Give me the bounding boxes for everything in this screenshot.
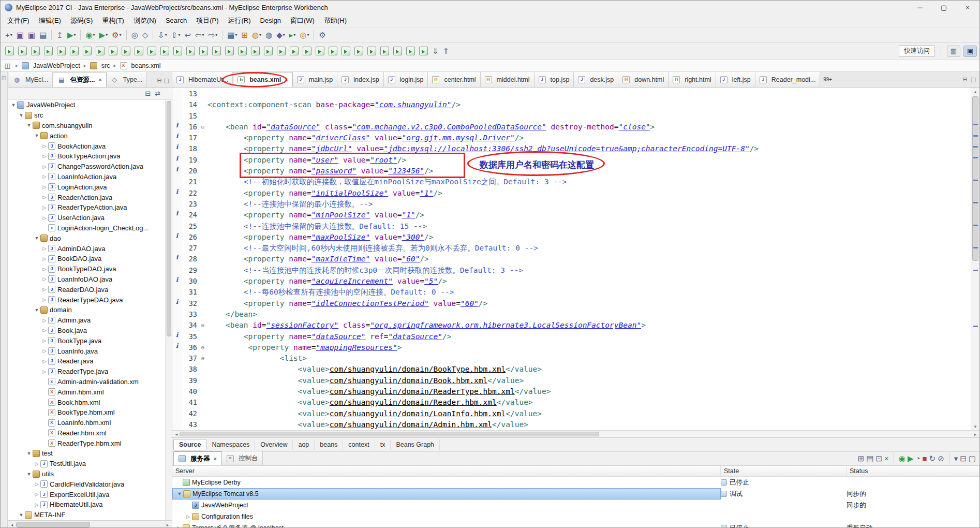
toolbar-external-tools-button[interactable]: ⚙▾: [110, 29, 123, 41]
server-name-cell[interactable]: ▷Tomcat v6.0 服务器 @ localhost: [172, 522, 721, 528]
editor-page-tab[interactable]: Overview: [255, 439, 293, 450]
web-shortcut-button[interactable]: [159, 45, 171, 57]
menubar-item[interactable]: 编辑(E): [34, 14, 66, 27]
web-shortcut-button[interactable]: [198, 45, 210, 57]
tree-expanded-icon[interactable]: ▼: [33, 133, 40, 138]
editor-page-tab[interactable]: Namespaces: [206, 439, 255, 450]
tree-item[interactable]: xAdmin-admin-validation.xm: [8, 377, 172, 387]
tree-expanded-icon[interactable]: ▼: [33, 307, 40, 313]
tree-collapsed-icon[interactable]: ▷: [41, 154, 48, 159]
explorer-tab[interactable]: ◇Type...: [107, 72, 147, 87]
tree-item[interactable]: ▷JBookTypeDAO.java: [8, 264, 172, 274]
editor-tab[interactable]: Jdesk.jsp: [574, 72, 618, 87]
code-text[interactable]: <value>com/shuangyulin/domain/ReaderType…: [206, 386, 971, 397]
code-text[interactable]: <!--最大空闲时间,60秒内未使用则连接被丢弃。若为0则永不丢弃。Defaul…: [206, 243, 971, 254]
code-text[interactable]: <property name="jdbcUrl" value="jdbc:mys…: [206, 143, 971, 154]
tree-collapsed-icon[interactable]: ▷: [41, 174, 48, 179]
toolbar-run-button[interactable]: ▶▾: [98, 29, 110, 41]
scroll-down-icon[interactable]: ▾: [971, 422, 979, 430]
tree-collapsed-icon[interactable]: ▷: [33, 481, 40, 487]
dropdown-arrow-icon[interactable]: ▾: [120, 33, 122, 37]
menubar-item[interactable]: 源码(S): [66, 14, 97, 27]
start-server-icon[interactable]: ▶: [908, 454, 914, 462]
toolbar-myeclipse-report-button[interactable]: ◆▾: [275, 29, 287, 41]
toolbar-save-button[interactable]: ▣: [15, 29, 25, 41]
tree-item[interactable]: ▼META-INF: [8, 510, 172, 520]
editor-page-tab[interactable]: aop: [293, 439, 315, 450]
java-enterprise-perspective-icon[interactable]: ▣: [963, 46, 977, 57]
menubar-item[interactable]: Search: [161, 15, 191, 26]
scroll-left-icon[interactable]: ◂: [8, 522, 16, 527]
minimize-editor-icon[interactable]: ⊟: [962, 76, 967, 83]
code-text[interactable]: <property name="mappingResources">: [206, 342, 971, 353]
web-shortcut-button[interactable]: [146, 45, 158, 57]
editor-tab[interactable]: bbeans.xml×: [233, 72, 293, 87]
web-shortcut-button[interactable]: [55, 45, 67, 57]
minimize-view-icon[interactable]: ⊟: [960, 454, 967, 462]
tree-collapsed-icon[interactable]: ▷: [33, 492, 40, 497]
web-shortcut-button[interactable]: [211, 45, 222, 57]
tree-item[interactable]: XBook.hbm.xml: [8, 397, 172, 407]
editor-tab[interactable]: Jlogin.jsp: [384, 72, 428, 87]
tree-collapsed-icon[interactable]: ▷: [41, 184, 48, 189]
dropdown-arrow-icon[interactable]: ▾: [93, 33, 95, 37]
tree-collapsed-icon[interactable]: ▷: [41, 369, 48, 374]
tree-item[interactable]: ▼dao: [8, 233, 172, 243]
web-shortcut-button[interactable]: [224, 45, 235, 57]
dropdown-arrow-icon[interactable]: ▾: [73, 33, 76, 37]
editor-horizontal-scrollbar[interactable]: ◂ ▸: [172, 430, 979, 437]
web-shortcut-button[interactable]: [94, 45, 106, 57]
tree-expanded-icon[interactable]: ▼: [25, 472, 33, 477]
link-with-editor-icon[interactable]: ⇄: [155, 90, 160, 97]
tree-item[interactable]: ▷JBookType.java: [8, 335, 172, 346]
code-text[interactable]: <bean id="sessionFactory" class="org.spr…: [206, 320, 971, 331]
tree-item[interactable]: XBookType.hbm.xml: [8, 407, 172, 418]
toolbar-save-all-button[interactable]: ▣: [26, 29, 37, 41]
maximize-editor-icon[interactable]: ▢: [971, 76, 976, 83]
close-button[interactable]: ×: [956, 1, 979, 14]
toolbar-quick-search-button[interactable]: ◎▾: [298, 29, 310, 41]
tree-expanded-icon[interactable]: ▼: [18, 113, 25, 118]
tree-item[interactable]: ▷JReaderDAO.java: [8, 284, 172, 295]
tree-item[interactable]: ▼com.shuangyulin: [8, 121, 172, 131]
web-shortcut-button[interactable]: [275, 45, 287, 57]
web-shortcut-button[interactable]: [262, 45, 274, 57]
code-text[interactable]: <value>com/shuangyulin/domain/Book.hbm.x…: [206, 375, 971, 386]
editor-tab[interactable]: JHibernateUt...: [172, 72, 233, 87]
tree-item[interactable]: ▷JReaderTypeDAO.java: [8, 295, 172, 305]
debug-server-icon[interactable]: ◉: [899, 454, 905, 462]
fold-collapse-icon[interactable]: ⊖: [199, 320, 206, 331]
toolbar-deploy-project-button[interactable]: ↥: [55, 29, 65, 41]
tree-collapsed-icon[interactable]: ▷: [33, 502, 40, 507]
open-perspective-icon[interactable]: ▦: [947, 46, 960, 57]
dropdown-arrow-icon[interactable]: ▾: [259, 33, 261, 37]
server-row[interactable]: ▷Tomcat v6.0 服务器 @ localhost已停止重新启动: [172, 522, 979, 528]
code-text[interactable]: <value>com/shuangyulin/domain/Reader.hbm…: [206, 397, 971, 408]
toolbar-open-type-button[interactable]: ◇: [141, 29, 150, 41]
open-properties-icon[interactable]: ⊡: [875, 454, 882, 462]
editor-tab[interactable]: Jleft.jsp: [716, 72, 755, 87]
code-text[interactable]: <property name="acquireIncrement" value=…: [206, 276, 971, 287]
code-text[interactable]: <value>com/shuangyulin/domain/Admin.hbm.…: [206, 419, 971, 430]
column-header-server[interactable]: Server: [172, 466, 721, 476]
editor-page-tab[interactable]: Beans Graph: [391, 439, 440, 450]
fold-collapse-icon[interactable]: ⊖: [199, 353, 206, 364]
column-header-state[interactable]: State: [721, 466, 847, 476]
tree-item[interactable]: ▷JAdminDAO.java: [8, 243, 172, 254]
toolbar-next-annotation-button[interactable]: ⇩▾: [156, 29, 169, 41]
scroll-right-icon[interactable]: ▸: [971, 432, 979, 437]
editor-tab[interactable]: Jtop.jsp: [534, 72, 574, 87]
tree-expanded-icon[interactable]: ▼: [25, 451, 33, 456]
fold-collapse-icon[interactable]: ⊖: [199, 342, 206, 353]
tree-expanded-icon[interactable]: ▼: [18, 512, 25, 518]
toolbar-open-perspective-button[interactable]: ▦▾: [226, 29, 239, 41]
code-text[interactable]: </bean>: [206, 309, 971, 320]
menubar-item[interactable]: 窗口(W): [286, 14, 319, 27]
server-row[interactable]: MyEclipse Derby已停止: [172, 477, 979, 488]
tree-item[interactable]: ▷JReaderTypeAction.java: [8, 202, 172, 213]
editor-tab[interactable]: Jindex.jsp: [337, 72, 383, 87]
dropdown-arrow-icon[interactable]: ▾: [202, 33, 204, 37]
tree-expanded-icon[interactable]: ▼: [25, 123, 33, 128]
server-row[interactable]: ▼MyEclipse Tomcat v8.5调试同步的: [172, 488, 979, 500]
scroll-up-icon[interactable]: ▴: [971, 87, 979, 95]
